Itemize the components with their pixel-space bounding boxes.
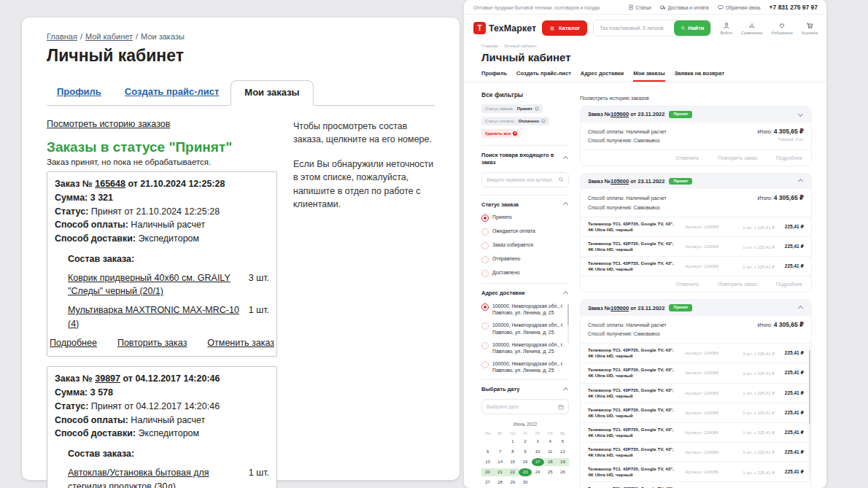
chevron-up-icon[interactable]: [798, 306, 803, 311]
calendar-day[interactable]: 18: [544, 458, 557, 466]
details-link[interactable]: Подробнее: [776, 155, 802, 160]
search-button[interactable]: Найти: [674, 20, 710, 36]
header-action-cart[interactable]: Корзина: [802, 22, 818, 35]
repeat-order-link[interactable]: Повторить заказ: [117, 336, 187, 350]
remove-all-icon[interactable]: ✕: [513, 131, 517, 136]
item-name[interactable]: Телевизор TCL 43P735, Google TV, 43", 4K…: [588, 260, 681, 272]
utility-link[interactable]: Доставка и оплата: [660, 4, 709, 10]
order-number-link[interactable]: 165648: [95, 179, 125, 189]
order-item-link[interactable]: Коврик придверный 40х60 см. GRAILY "След…: [68, 271, 243, 299]
calendar-day[interactable]: 2: [519, 438, 531, 446]
breadcrumb-item[interactable]: Главная: [481, 44, 498, 48]
item-name[interactable]: Телевизор TCL 43P735, Google TV, 43", 4K…: [588, 221, 681, 233]
tab-link[interactable]: Профиль: [57, 86, 101, 105]
calendar-day[interactable]: 4: [544, 438, 557, 446]
repeat-order-link[interactable]: Повторить заказ: [718, 282, 756, 287]
address-radio[interactable]: 100000, Нижегородская обл., г. Павлово, …: [481, 341, 565, 355]
item-name[interactable]: Телевизор TCL 43P735, Google TV, 43", 4K…: [588, 446, 681, 458]
calendar-day[interactable]: 25: [544, 468, 557, 476]
calendar-day[interactable]: 9: [519, 448, 531, 456]
address-scrollbar[interactable]: [567, 304, 570, 345]
cancel-order-link[interactable]: Отменить заказ: [207, 336, 274, 350]
view-order-history-link[interactable]: Посмотреть историю заказов: [580, 96, 649, 101]
filter-chip[interactable]: Статус заказа: Принят✕: [481, 104, 543, 113]
order-item-link[interactable]: Мультиварка MAXTRONIC MAX-MRC-10 (4): [68, 303, 243, 331]
order-status-radio[interactable]: Отправлено: [481, 255, 569, 263]
remove-chip-icon[interactable]: ✕: [541, 119, 546, 123]
search-input[interactable]: [594, 26, 674, 31]
address-radio[interactable]: 100000, Нижегородская обл., г. Павлово, …: [481, 322, 565, 335]
utility-link[interactable]: Обратная связь: [718, 4, 761, 10]
tab-link[interactable]: Создать прайс-лист: [125, 86, 220, 105]
items-scrollbar[interactable]: [809, 346, 811, 479]
details-link[interactable]: Подробнее: [50, 336, 97, 350]
calendar-day[interactable]: 6: [481, 448, 494, 456]
order-number-link[interactable]: 39897: [95, 373, 120, 384]
filter-chip[interactable]: Статус оплаты: Оплачено✕: [481, 117, 549, 125]
calendar-day[interactable]: 1: [506, 438, 519, 446]
logo[interactable]: Т ТехМаркет: [473, 22, 536, 34]
calendar-day[interactable]: 27: [481, 479, 494, 487]
tab-link[interactable]: Адрес доставки: [581, 70, 624, 82]
calendar-day[interactable]: 16: [519, 458, 531, 466]
order-card-header[interactable]: Заказ №105000 от 23.11.2022 Принят: [581, 106, 811, 123]
calendar-day[interactable]: 11: [544, 448, 557, 456]
order-status-radio[interactable]: Ожидается оплата: [481, 228, 569, 236]
item-name[interactable]: Телевизор TCL 43P735, Google TV, 43", 4K…: [588, 466, 681, 478]
order-item-link[interactable]: Автоклав/Установка бытовая для стерилиз …: [68, 466, 243, 488]
tab-link[interactable]: Профиль: [481, 70, 507, 82]
calendar-day[interactable]: 19: [557, 458, 569, 466]
breadcrumb-item[interactable]: Мой кабинет: [85, 32, 133, 41]
header-action-user[interactable]: Войти: [720, 22, 732, 35]
calendar-day[interactable]: 28: [494, 479, 506, 487]
order-number-link[interactable]: 105000: [611, 178, 629, 185]
calendar-day[interactable]: 5: [557, 438, 569, 446]
item-name[interactable]: Телевизор TCL 43P735, Google TV, 43", 4K…: [588, 241, 681, 252]
view-order-history-link[interactable]: Посмотреть историю заказов: [47, 119, 170, 129]
tab-active[interactable]: Мои заказы: [230, 80, 313, 106]
filter-section-header[interactable]: Адрес доставки: [481, 290, 569, 297]
order-card-header[interactable]: Заказ №105000 от 23.11.2022 Принят: [581, 300, 811, 316]
breadcrumb-item[interactable]: Личный кабинет: [504, 44, 537, 48]
calendar-day[interactable]: 23: [519, 468, 531, 476]
calendar-day[interactable]: 21: [494, 468, 506, 476]
tab-active[interactable]: Мои заказы: [633, 70, 664, 82]
repeat-order-link[interactable]: Повторить заказ: [718, 155, 756, 160]
order-status-radio[interactable]: Доставлено: [481, 269, 569, 277]
address-radio[interactable]: 100000, Нижегородская обл., г. Павлово, …: [481, 360, 565, 373]
product-search-input[interactable]: [482, 177, 558, 182]
calendar-day[interactable]: 30: [519, 479, 531, 487]
calendar-day[interactable]: 20: [481, 468, 494, 476]
chevron-down-icon[interactable]: [798, 112, 803, 117]
calendar-day[interactable]: 22: [506, 468, 519, 476]
calendar-day[interactable]: 8: [506, 448, 519, 456]
breadcrumb-item[interactable]: Главная: [47, 32, 77, 41]
calendar-day[interactable]: 24: [532, 468, 544, 476]
chevron-up-icon[interactable]: [798, 179, 803, 184]
cancel-order-link[interactable]: Отменить: [675, 155, 699, 160]
calendar-day[interactable]: 10: [532, 448, 544, 456]
catalog-button[interactable]: Каталог: [542, 20, 587, 36]
calendar-day[interactable]: 14: [494, 458, 506, 466]
date-input[interactable]: [482, 404, 558, 409]
filter-section-header[interactable]: Выбрать дату: [481, 386, 569, 393]
cancel-order-link[interactable]: Отменить: [675, 282, 699, 287]
item-name[interactable]: Телевизор TCL 43P735, Google TV, 43", 4K…: [588, 427, 681, 438]
item-name[interactable]: Телевизор TCL 43P735, Google TV, 43", 4K…: [588, 407, 681, 419]
calendar-day[interactable]: 26: [557, 468, 569, 476]
utility-link[interactable]: Статьи: [628, 4, 651, 10]
item-name[interactable]: Телевизор TCL 43P735, Google TV, 43", 4K…: [588, 347, 681, 359]
tab-link[interactable]: Создать прайс-лист: [516, 70, 571, 82]
item-name[interactable]: Телевизор TCL 43P735, Google TV, 43", 4K…: [588, 367, 681, 379]
filter-section-header[interactable]: Поиск товара входящего в заказ: [481, 152, 569, 166]
header-action-compare[interactable]: Сравнение: [741, 22, 763, 35]
calendar-day[interactable]: 29: [506, 479, 519, 487]
order-status-radio[interactable]: Принято: [481, 214, 569, 222]
remove-chip-icon[interactable]: ✕: [535, 106, 539, 111]
tab-link[interactable]: Заявка на возврат: [675, 70, 724, 82]
address-radio[interactable]: 100000, Нижегородская обл., г. Павлово, …: [481, 303, 565, 316]
filter-section-header[interactable]: Статус заказа: [481, 201, 569, 209]
calendar-day[interactable]: 7: [494, 448, 506, 456]
clear-all-chip[interactable]: Удалить все✕: [481, 129, 521, 138]
calendar-day[interactable]: 3: [532, 438, 544, 446]
